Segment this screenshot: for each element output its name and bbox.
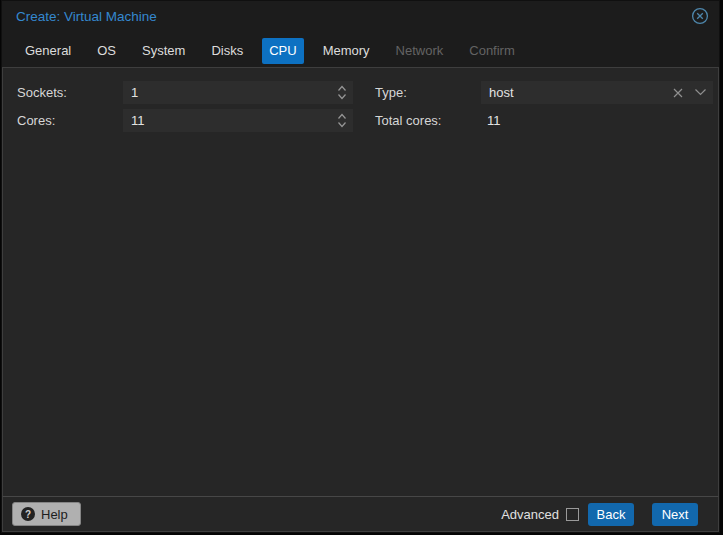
advanced-label: Advanced (501, 507, 559, 522)
tab-cpu[interactable]: CPU (262, 38, 303, 64)
cores-label: Cores: (17, 113, 123, 128)
cores-value: 11 (131, 113, 337, 128)
spinner-up-down-icon[interactable] (337, 84, 347, 101)
type-label: Type: (353, 85, 481, 100)
tab-os[interactable]: OS (90, 38, 123, 64)
tab-system[interactable]: System (135, 38, 192, 64)
tab-confirm: Confirm (462, 38, 522, 64)
dropdown-chevron-icon[interactable] (694, 88, 707, 97)
footer-toolbar: ? Help Advanced Back Next (2, 496, 719, 532)
dialog-title: Create: Virtual Machine (16, 9, 157, 24)
sockets-label: Sockets: (17, 85, 123, 100)
clear-icon[interactable] (672, 87, 684, 99)
tab-memory[interactable]: Memory (316, 38, 377, 64)
question-mark-icon: ? (21, 507, 35, 521)
screen: Create: Virtual Machine General OS Syste… (0, 0, 723, 535)
spinner-up-down-icon[interactable] (337, 112, 347, 129)
tab-disks[interactable]: Disks (204, 38, 250, 64)
type-value: host (489, 85, 672, 100)
type-combobox[interactable]: host (481, 81, 713, 104)
close-icon[interactable] (691, 7, 709, 25)
advanced-checkbox[interactable] (566, 508, 579, 521)
cores-spinner[interactable]: 11 (123, 109, 353, 132)
tab-network: Network (389, 38, 451, 64)
create-vm-dialog: Create: Virtual Machine General OS Syste… (1, 0, 720, 533)
help-button-label: Help (41, 507, 68, 522)
dialog-titlebar[interactable]: Create: Virtual Machine (2, 1, 719, 31)
next-button[interactable]: Next (652, 503, 698, 526)
tab-bar: General OS System Disks CPU Memory Netwo… (2, 31, 719, 67)
total-cores-label: Total cores: (353, 113, 481, 128)
total-cores-value: 11 (481, 113, 713, 128)
sockets-value: 1 (131, 85, 337, 100)
back-button[interactable]: Back (588, 503, 634, 526)
tab-general[interactable]: General (18, 38, 78, 64)
cpu-form: Sockets: 1 Type: host (17, 81, 718, 132)
sockets-spinner[interactable]: 1 (123, 81, 353, 104)
help-button[interactable]: ? Help (12, 502, 81, 526)
cpu-panel: Sockets: 1 Type: host (2, 67, 719, 496)
